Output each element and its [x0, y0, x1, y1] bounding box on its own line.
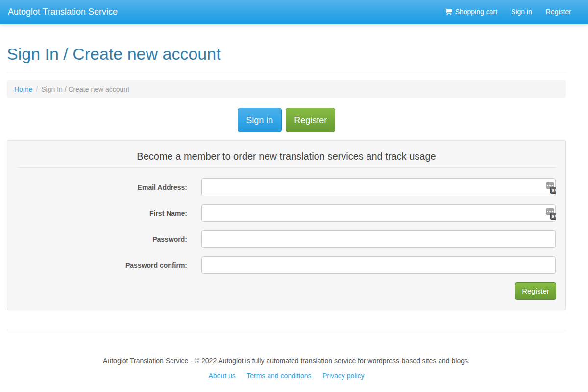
- label-col: Email Address:: [17, 178, 187, 196]
- label-col: Password confirm:: [17, 256, 187, 274]
- password-input-wrap: [201, 230, 556, 248]
- form-row-first-name: First Name: 9+: [17, 204, 556, 222]
- form-row-password-confirm: Password confirm:: [17, 256, 556, 274]
- footer-link-about-us[interactable]: About us: [208, 372, 235, 380]
- footer-copyright: Autoglot Translation Service - © 2022 Au…: [7, 356, 566, 366]
- first-name-field[interactable]: [201, 204, 556, 222]
- form-row-email: Email Address: 9+: [17, 178, 556, 196]
- password-manager-badge: 9+: [550, 213, 556, 220]
- password-manager-badge: 9+: [550, 187, 556, 194]
- main-container: Sign In / Create new account Home / Sign…: [7, 45, 566, 380]
- password-confirm-label: Password confirm:: [125, 256, 187, 270]
- title-divider: [7, 73, 566, 73]
- label-col: Password:: [17, 230, 187, 248]
- register-form: Email Address: 9+ First Name:: [17, 178, 556, 300]
- shopping-cart-icon: [445, 8, 452, 16]
- nav-shopping-cart[interactable]: Shopping cart: [438, 0, 504, 24]
- auth-tabs: Sign in Register: [7, 108, 566, 132]
- password-confirm-field[interactable]: [201, 256, 556, 274]
- input-col: [201, 256, 556, 274]
- nav-sign-in[interactable]: Sign in: [504, 0, 539, 24]
- email-input-wrap: 9+: [201, 178, 556, 196]
- password-confirm-input-wrap: [201, 256, 556, 274]
- nav-shopping-cart-label: Shopping cart: [455, 0, 497, 24]
- register-panel-legend: Become a member to order new translation…: [17, 150, 556, 168]
- navbar: Autoglot Translation Service Shopping ca…: [0, 0, 588, 24]
- register-submit-button[interactable]: Register: [515, 282, 556, 300]
- navbar-brand[interactable]: Autoglot Translation Service: [8, 0, 118, 24]
- register-panel: Become a member to order new translation…: [7, 140, 566, 310]
- sign-in-tab-button[interactable]: Sign in: [238, 108, 282, 132]
- breadcrumb-home-link[interactable]: Home: [14, 84, 32, 94]
- breadcrumb-separator: /: [32, 84, 41, 94]
- breadcrumb: Home / Sign In / Create new account: [7, 80, 566, 98]
- footer-link-terms[interactable]: Terms and conditions: [246, 372, 311, 380]
- footer: Autoglot Translation Service - © 2022 Au…: [7, 330, 566, 380]
- register-tab-button[interactable]: Register: [286, 108, 335, 132]
- submit-row: Register: [17, 282, 556, 300]
- footer-links: About us Terms and conditions Privacy po…: [7, 371, 566, 380]
- input-col: 9+: [201, 204, 556, 222]
- label-col: First Name:: [17, 204, 187, 222]
- input-col: 9+: [201, 178, 556, 196]
- breadcrumb-current: Sign In / Create new account: [41, 84, 129, 94]
- first-name-label: First Name:: [149, 204, 187, 218]
- input-col: [201, 230, 556, 248]
- nav-register[interactable]: Register: [539, 0, 578, 24]
- form-row-password: Password:: [17, 230, 556, 248]
- page-title: Sign In / Create new account: [7, 45, 566, 64]
- email-field[interactable]: [201, 178, 556, 196]
- navbar-menu: Shopping cart Sign in Register: [438, 0, 578, 24]
- first-name-input-wrap: 9+: [201, 204, 556, 222]
- password-label: Password:: [152, 230, 187, 244]
- footer-link-privacy[interactable]: Privacy policy: [322, 372, 365, 380]
- email-label: Email Address:: [138, 178, 187, 192]
- password-field[interactable]: [201, 230, 556, 248]
